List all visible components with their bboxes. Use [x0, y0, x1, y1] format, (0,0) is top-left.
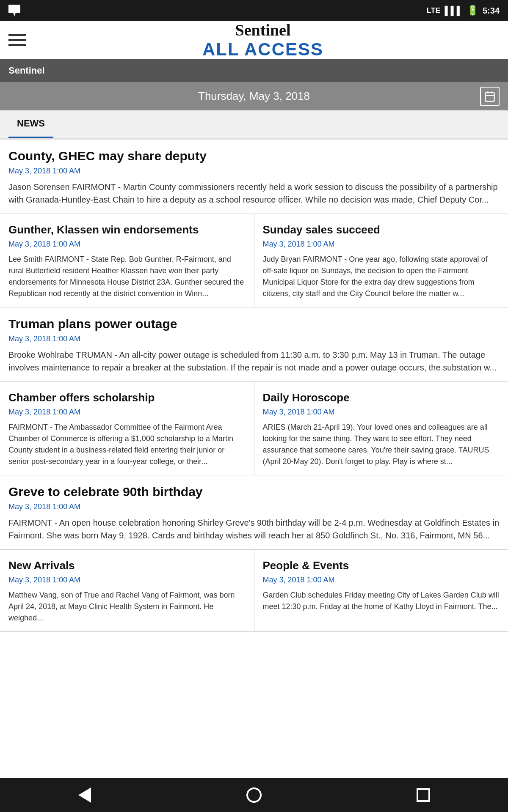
article-title: Daily Horoscope	[263, 391, 500, 404]
svg-rect-0	[486, 92, 494, 101]
logo-access-text: ALL ACCESS	[202, 39, 323, 60]
back-button[interactable]	[72, 782, 97, 808]
breadcrumb-bar: Sentinel	[0, 59, 508, 82]
article-sunday-sales[interactable]: Sunday sales succeed May 3, 2018 1:00 AM…	[254, 214, 508, 307]
article-body: Garden Club schedules Friday meeting Cit…	[263, 590, 500, 612]
home-button[interactable]	[241, 782, 267, 808]
article-gunther-klassen[interactable]: Gunther, Klassen win endorsements May 3,…	[0, 214, 254, 307]
calendar-icon[interactable]	[480, 87, 500, 106]
logo-area: Sentinel ALL ACCESS	[26, 21, 500, 60]
article-title: New Arrivals	[8, 559, 246, 572]
content-area: County, GHEC may share deputy May 3, 201…	[0, 140, 508, 632]
hamburger-line-1	[8, 34, 26, 36]
status-bar-left	[8, 5, 20, 16]
recents-icon	[417, 788, 430, 802]
status-bar-right: LTE ▌▌▌ 🔋 5:34	[427, 5, 500, 16]
status-bar: LTE ▌▌▌ 🔋 5:34	[0, 0, 508, 21]
status-time: 5:34	[483, 6, 500, 16]
article-body: FAIRMONT - An open house celebration hon…	[8, 516, 500, 542]
hamburger-line-2	[8, 39, 26, 41]
article-title: County, GHEC may share deputy	[8, 149, 500, 163]
article-new-arrivals[interactable]: New Arrivals May 3, 2018 1:00 AM Matthew…	[0, 550, 254, 631]
battery-icon: 🔋	[467, 5, 478, 16]
hamburger-line-3	[8, 44, 26, 46]
article-body: Judy Bryan FAIRMONT - One year ago, foll…	[263, 254, 500, 299]
article-greve-birthday[interactable]: Greve to celebrate 90th birthday May 3, …	[0, 475, 508, 550]
home-icon	[246, 787, 262, 803]
article-date: May 3, 2018 1:00 AM	[8, 408, 246, 417]
article-body: FAIRMONT - The Ambassador Committee of t…	[8, 422, 246, 467]
tab-news[interactable]: NEWS	[8, 110, 53, 138]
date-bar: Thursday, May 3, 2018	[0, 82, 508, 110]
hamburger-menu[interactable]	[8, 34, 26, 46]
article-truman-power[interactable]: Truman plans power outage May 3, 2018 1:…	[0, 307, 508, 382]
article-date: May 3, 2018 1:00 AM	[8, 502, 500, 511]
article-row-1: Gunther, Klassen win endorsements May 3,…	[0, 214, 508, 307]
article-chamber-scholarship[interactable]: Chamber offers scholarship May 3, 2018 1…	[0, 382, 254, 475]
article-title: Greve to celebrate 90th birthday	[8, 485, 500, 499]
article-body: Jason Sorensen FAIRMONT - Martin County …	[8, 181, 500, 206]
top-nav: Sentinel ALL ACCESS	[0, 21, 508, 59]
recents-button[interactable]	[411, 782, 436, 808]
article-county-ghec[interactable]: County, GHEC may share deputy May 3, 201…	[0, 140, 508, 214]
article-date: May 3, 2018 1:00 AM	[263, 240, 500, 249]
article-date: May 3, 2018 1:00 AM	[8, 167, 500, 176]
article-people-events[interactable]: People & Events May 3, 2018 1:00 AM Gard…	[254, 550, 508, 631]
bottom-spacer	[0, 632, 508, 666]
tab-bar: NEWS	[0, 110, 508, 140]
article-date: May 3, 2018 1:00 AM	[8, 335, 500, 343]
article-row-2: Chamber offers scholarship May 3, 2018 1…	[0, 382, 508, 475]
article-title: People & Events	[263, 559, 500, 572]
article-title: Truman plans power outage	[8, 317, 500, 331]
article-row-3: New Arrivals May 3, 2018 1:00 AM Matthew…	[0, 550, 508, 632]
app-logo: Sentinel ALL ACCESS	[202, 21, 323, 60]
lte-label: LTE	[427, 6, 441, 15]
article-body: ARIES (March 21-April 19). Your loved on…	[263, 422, 500, 467]
article-title: Sunday sales succeed	[263, 223, 500, 236]
notification-icon	[8, 5, 20, 16]
article-title: Gunther, Klassen win endorsements	[8, 223, 246, 236]
article-body: Brooke Wohlrabe TRUMAN - An all-city pow…	[8, 348, 500, 374]
article-daily-horoscope[interactable]: Daily Horoscope May 3, 2018 1:00 AM ARIE…	[254, 382, 508, 475]
back-icon	[78, 787, 91, 803]
article-body: Matthew Vang, son of True and Rachel Van…	[8, 590, 246, 624]
article-title: Chamber offers scholarship	[8, 391, 246, 404]
article-date: May 3, 2018 1:00 AM	[263, 408, 500, 417]
article-body: Lee Smith FAIRMONT - State Rep. Bob Gunt…	[8, 254, 246, 299]
date-text: Thursday, May 3, 2018	[198, 90, 310, 103]
bottom-nav	[0, 778, 508, 812]
breadcrumb-label: Sentinel	[8, 65, 45, 76]
article-date: May 3, 2018 1:00 AM	[8, 576, 246, 584]
signal-icon: ▌▌▌	[444, 6, 463, 16]
article-date: May 3, 2018 1:00 AM	[8, 240, 246, 249]
logo-sentinel-text: Sentinel	[202, 21, 323, 39]
article-date: May 3, 2018 1:00 AM	[263, 576, 500, 584]
